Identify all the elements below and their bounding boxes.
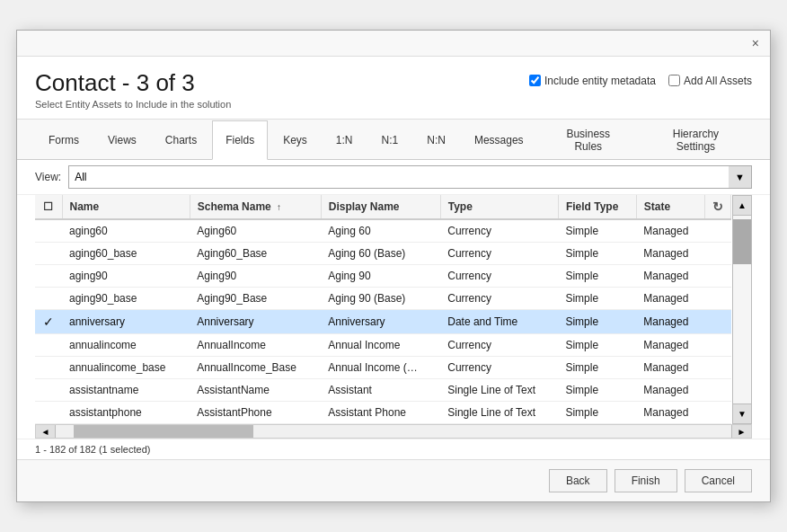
row-check[interactable] xyxy=(35,334,62,357)
tab-forms[interactable]: Forms xyxy=(35,120,93,160)
tab-1-n[interactable]: 1:N xyxy=(323,120,367,160)
cell-name: anniversary xyxy=(62,310,190,334)
cell-name: assistantname xyxy=(62,379,190,402)
col-state[interactable]: State xyxy=(636,195,704,219)
tab-bar: FormsViewsChartsFieldsKeys1:NN:1N:NMessa… xyxy=(17,120,770,160)
table-row[interactable]: aging60_baseAging60_BaseAging 60 (Base)C… xyxy=(35,243,731,265)
cell-type: Currency xyxy=(440,357,558,379)
table-row[interactable]: aging60Aging60Aging 60CurrencySimpleMana… xyxy=(35,219,731,243)
row-check[interactable]: ✓ xyxy=(35,310,62,334)
cell-name: annualincome_base xyxy=(62,357,190,379)
row-check[interactable] xyxy=(35,379,62,402)
cell-state: Managed xyxy=(636,402,704,424)
include-metadata-label[interactable]: Include entity metadata xyxy=(529,75,656,87)
cell-displayname: Anniversary xyxy=(321,310,440,334)
v-scrollbar[interactable]: ▲ ▼ xyxy=(732,195,752,424)
cell-name: assistantphone xyxy=(62,402,190,424)
col-display-name[interactable]: Display Name xyxy=(321,195,440,219)
sort-asc-icon: ↑ xyxy=(277,202,281,212)
tab-business-rules[interactable]: Business Rules xyxy=(539,120,638,160)
col-name[interactable]: Name xyxy=(62,195,190,219)
row-check[interactable] xyxy=(35,243,62,265)
table-row[interactable]: aging90_baseAging90_BaseAging 90 (Base)C… xyxy=(35,288,731,310)
cell-name: aging90 xyxy=(62,265,190,288)
table-row[interactable]: assistantphoneAssistantPhoneAssistant Ph… xyxy=(35,402,731,424)
tab-messages[interactable]: Messages xyxy=(461,120,537,160)
col-type[interactable]: Type xyxy=(440,195,558,219)
cell-type: Currency xyxy=(440,243,558,265)
cell-schemaname: Anniversary xyxy=(190,310,321,334)
tab-charts[interactable]: Charts xyxy=(152,120,210,160)
row-check[interactable] xyxy=(35,357,62,379)
h-scroll-thumb[interactable] xyxy=(74,425,253,438)
main-content: ☐ Name Schema Name ↑ Display Name Type F… xyxy=(17,195,770,439)
cell-state: Managed xyxy=(636,379,704,402)
table-row[interactable]: aging90Aging90Aging 90CurrencySimpleMana… xyxy=(35,265,731,288)
back-button[interactable]: Back xyxy=(549,469,607,492)
tab-hierarchy-settings[interactable]: Hierarchy Settings xyxy=(640,120,752,160)
col-check[interactable]: ☐ xyxy=(35,195,62,219)
cell-state: Managed xyxy=(636,357,704,379)
include-metadata-checkbox[interactable] xyxy=(529,75,541,86)
cell-state: Managed xyxy=(636,219,704,243)
add-all-assets-checkbox[interactable] xyxy=(668,75,680,86)
cell-state: Managed xyxy=(636,334,704,357)
refresh-icon[interactable]: ↻ xyxy=(712,200,723,214)
title-bar: × xyxy=(17,31,770,57)
scroll-down-button[interactable]: ▼ xyxy=(733,403,751,423)
tab-views[interactable]: Views xyxy=(94,120,150,160)
col-refresh[interactable]: ↻ xyxy=(705,195,731,219)
scroll-up-button[interactable]: ▲ xyxy=(733,196,751,216)
table-row[interactable]: assistantnameAssistantNameAssistantSingl… xyxy=(35,379,731,402)
table-header: ☐ Name Schema Name ↑ Display Name Type F… xyxy=(35,195,731,219)
cell-schemaname: Aging90 xyxy=(190,265,321,288)
cell-name: aging60 xyxy=(62,219,190,243)
cell-empty xyxy=(705,288,731,310)
cell-empty xyxy=(705,334,731,357)
cell-empty xyxy=(705,379,731,402)
cell-fieldtype: Simple xyxy=(558,402,636,424)
cell-displayname: Assistant Phone xyxy=(321,402,440,424)
row-check[interactable] xyxy=(35,219,62,243)
cell-state: Managed xyxy=(636,288,704,310)
status-text: 1 - 182 of 182 (1 selected) xyxy=(35,444,150,455)
add-all-assets-label[interactable]: Add All Assets xyxy=(668,75,752,87)
cell-displayname: Annual Income xyxy=(321,334,440,357)
tab-n-1[interactable]: N:1 xyxy=(368,120,412,160)
col-schema-name[interactable]: Schema Name ↑ xyxy=(190,195,321,219)
dialog-footer: Back Finish Cancel xyxy=(17,459,770,501)
tab-n-n[interactable]: N:N xyxy=(413,120,459,160)
view-label: View: xyxy=(35,171,61,183)
row-check[interactable] xyxy=(35,265,62,288)
cell-fieldtype: Simple xyxy=(558,334,636,357)
cell-displayname: Aging 90 xyxy=(321,265,440,288)
finish-button[interactable]: Finish xyxy=(615,469,677,492)
scroll-right-button[interactable]: ► xyxy=(731,425,751,438)
cell-type: Currency xyxy=(440,219,558,243)
table-row[interactable]: annualincome_baseAnnualIncome_BaseAnnual… xyxy=(35,357,731,379)
cell-fieldtype: Simple xyxy=(558,288,636,310)
header-options: Include entity metadata Add All Assets xyxy=(529,75,752,87)
cell-schemaname: Aging60_Base xyxy=(190,243,321,265)
cancel-button[interactable]: Cancel xyxy=(685,469,752,492)
row-check[interactable] xyxy=(35,288,62,310)
add-all-assets-text: Add All Assets xyxy=(684,75,752,87)
row-check[interactable] xyxy=(35,402,62,424)
cell-type: Date and Time xyxy=(440,310,558,334)
cell-displayname: Aging 60 (Base) xyxy=(321,243,440,265)
scroll-thumb[interactable] xyxy=(733,219,751,264)
cell-empty xyxy=(705,357,731,379)
cell-state: Managed xyxy=(636,310,704,334)
tab-keys[interactable]: Keys xyxy=(270,120,321,160)
table-row[interactable]: ✓anniversaryAnniversaryAnniversaryDate a… xyxy=(35,310,731,334)
select-all-checkbox[interactable]: ☐ xyxy=(43,200,53,213)
view-select[interactable]: All xyxy=(68,165,752,189)
scroll-left-button[interactable]: ◄ xyxy=(36,425,56,438)
view-select-wrap: All ▼ xyxy=(68,165,752,189)
col-field-type[interactable]: Field Type xyxy=(558,195,636,219)
close-button[interactable]: × xyxy=(748,36,763,50)
table-row[interactable]: annualincomeAnnualIncomeAnnual IncomeCur… xyxy=(35,334,731,357)
cell-fieldtype: Simple xyxy=(558,357,636,379)
tab-fields[interactable]: Fields xyxy=(212,120,268,160)
cell-type: Currency xyxy=(440,265,558,288)
